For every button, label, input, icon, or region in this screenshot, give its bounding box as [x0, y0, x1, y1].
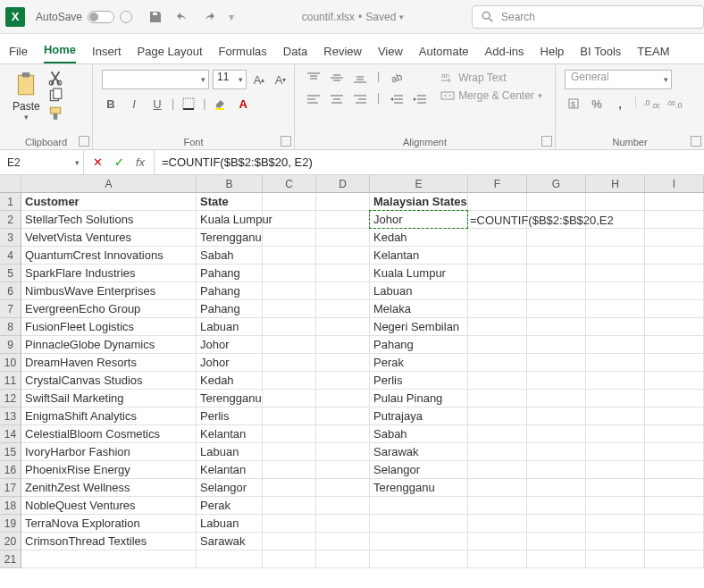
row-header-20[interactable]: 20	[0, 533, 21, 550]
row-header-13[interactable]: 13	[0, 407, 21, 425]
cell-C10[interactable]	[263, 354, 316, 372]
cell-B11[interactable]: Kedah	[197, 372, 263, 390]
cell-E19[interactable]	[370, 515, 468, 533]
cell-A3[interactable]: VelvetVista Ventures	[21, 229, 197, 247]
align-left-icon[interactable]	[304, 91, 323, 107]
cell-D7[interactable]	[316, 300, 370, 318]
decrease-decimal-icon[interactable]: .00.0	[666, 95, 683, 113]
tab-page-layout[interactable]: Page Layout	[138, 45, 203, 63]
cell-A13[interactable]: EnigmaShift Analytics	[21, 407, 197, 425]
cell-E17[interactable]: Terengganu	[370, 479, 468, 497]
cell-E14[interactable]: Sabah	[370, 425, 468, 443]
cell-D5[interactable]	[316, 265, 370, 282]
cell-A18[interactable]: NobleQuest Ventures	[21, 497, 197, 515]
bold-button[interactable]: B	[102, 95, 120, 113]
border-button[interactable]	[180, 95, 197, 113]
cell-B14[interactable]: Kelantan	[197, 425, 263, 443]
accounting-format-icon[interactable]: $	[565, 95, 582, 113]
name-box[interactable]: E2 ▾	[0, 150, 84, 174]
cell-C16[interactable]	[263, 461, 316, 479]
col-header-I[interactable]: I	[645, 175, 704, 192]
increase-font-icon[interactable]: A▴	[250, 71, 268, 88]
cell-E18[interactable]	[370, 497, 468, 515]
cell-E20[interactable]	[370, 533, 468, 550]
cell-A2[interactable]: StellarTech Solutions	[21, 211, 197, 229]
spreadsheet-grid[interactable]: ABCDEFGHI1CustomerStateMalaysian States2…	[0, 175, 704, 568]
cell-A17[interactable]: ZenithZest Wellness	[21, 479, 197, 497]
row-header-11[interactable]: 11	[0, 372, 21, 390]
col-header-E[interactable]: E	[370, 175, 468, 193]
tab-view[interactable]: View	[378, 45, 403, 63]
tab-formulas[interactable]: Formulas	[219, 45, 267, 63]
cell-A21[interactable]	[21, 550, 197, 568]
row-header-5[interactable]: 5	[0, 265, 21, 282]
row-header-21[interactable]: 21	[0, 550, 21, 568]
cell-E3[interactable]: Kedah	[370, 229, 468, 247]
copy-icon[interactable]	[47, 88, 63, 104]
orientation-icon[interactable]: ab	[387, 70, 406, 86]
row-header-8[interactable]: 8	[0, 318, 21, 336]
cell-A10[interactable]: DreamHaven Resorts	[21, 354, 197, 372]
cell-C12[interactable]	[263, 390, 316, 407]
cell-B21[interactable]	[197, 550, 263, 568]
cell-A6[interactable]: NimbusWave Enterprises	[21, 282, 197, 300]
cell-D3[interactable]	[316, 229, 370, 247]
cell-B18[interactable]: Perak	[197, 497, 263, 515]
cell-C17[interactable]	[263, 479, 316, 497]
cell-A4[interactable]: QuantumCrest Innovations	[21, 247, 197, 265]
row-header-14[interactable]: 14	[0, 425, 21, 443]
cell-D20[interactable]	[316, 533, 370, 550]
cell-E7[interactable]: Melaka	[370, 300, 468, 318]
cell-C8[interactable]	[263, 318, 316, 336]
paste-button[interactable]: Paste ▾	[9, 68, 44, 125]
cell-B3[interactable]: Terengganu	[197, 229, 263, 247]
row-header-2[interactable]: 2	[0, 211, 21, 229]
percent-format-icon[interactable]: %	[588, 95, 606, 113]
cell-A8[interactable]: FusionFleet Logistics	[21, 318, 197, 336]
tab-team[interactable]: TEAM	[637, 45, 669, 63]
fx-icon[interactable]: fx	[130, 153, 150, 172]
cell-D9[interactable]	[316, 336, 370, 354]
search-input[interactable]: Search	[472, 5, 704, 29]
row-header-4[interactable]: 4	[0, 247, 21, 265]
cell-A19[interactable]: TerraNova Exploration	[21, 515, 197, 533]
cell-D13[interactable]	[316, 407, 370, 425]
increase-decimal-icon[interactable]: .0.00	[642, 95, 660, 113]
cell-E15[interactable]: Sarawak	[370, 443, 468, 461]
cell-D14[interactable]	[316, 425, 370, 443]
cell-E5[interactable]: Kuala Lumpur	[370, 265, 468, 282]
cell-B19[interactable]: Labuan	[197, 515, 263, 533]
autosave-toggle[interactable]: AutoSave	[36, 11, 132, 23]
tab-review[interactable]: Review	[323, 45, 362, 63]
cell-D15[interactable]	[316, 443, 370, 461]
undo-icon[interactable]	[175, 10, 189, 24]
cell-A20[interactable]: CrimsonThread Textiles	[21, 533, 197, 550]
cell-D2[interactable]	[316, 211, 370, 229]
cell-D17[interactable]	[316, 479, 370, 497]
cell-D11[interactable]	[316, 372, 370, 390]
cell-A11[interactable]: CrystalCanvas Studios	[21, 372, 197, 390]
cell-B6[interactable]: Pahang	[197, 282, 263, 300]
cell-B1[interactable]: State	[197, 193, 263, 211]
cell-C7[interactable]	[263, 300, 316, 318]
cell-C20[interactable]	[263, 533, 316, 550]
cell-D16[interactable]	[316, 461, 370, 479]
align-middle-icon[interactable]	[327, 70, 347, 86]
cell-C14[interactable]	[263, 425, 316, 443]
cell-B8[interactable]: Labuan	[197, 318, 263, 336]
cell-A7[interactable]: EvergreenEcho Group	[21, 300, 197, 318]
cell-C3[interactable]	[263, 229, 316, 247]
dialog-launcher-icon[interactable]	[281, 136, 291, 147]
row-header-6[interactable]: 6	[0, 282, 21, 300]
cell-E13[interactable]: Putrajaya	[370, 407, 468, 425]
cell-B17[interactable]: Selangor	[197, 479, 263, 497]
cell-B10[interactable]: Johor	[197, 354, 263, 372]
cell-C5[interactable]	[263, 265, 316, 282]
row-header-10[interactable]: 10	[0, 354, 21, 372]
tab-automate[interactable]: Automate	[419, 45, 469, 63]
cell-E9[interactable]: Pahang	[370, 336, 468, 354]
cell-A1[interactable]: Customer	[21, 193, 197, 211]
tab-help[interactable]: Help	[541, 45, 565, 63]
cell-B2[interactable]: Kuala Lumpur	[197, 211, 263, 229]
cell-E4[interactable]: Kelantan	[370, 247, 468, 265]
